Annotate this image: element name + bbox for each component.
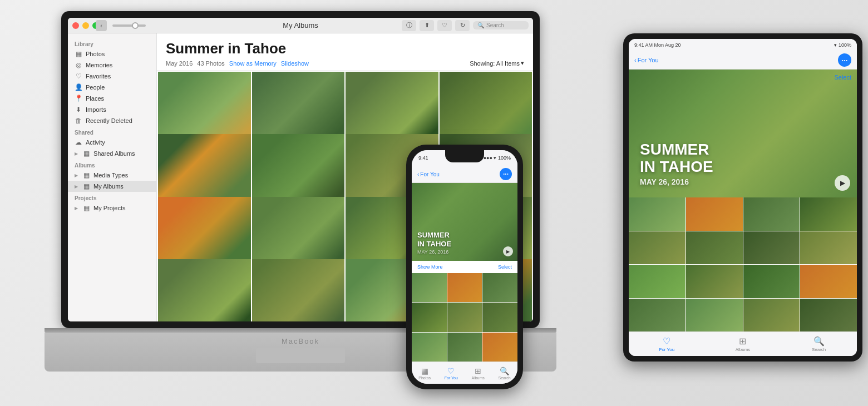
search-tab-icon: 🔍 bbox=[500, 367, 509, 375]
ipad-home-indicator bbox=[715, 358, 771, 360]
iphone-photo-cell[interactable] bbox=[412, 303, 447, 331]
ipad-hero-image[interactable]: SUMMER IN TAHOE MAY 26, 2016 ▶ Select bbox=[629, 70, 857, 197]
sidebar-item-memories[interactable]: ◎ Memories bbox=[68, 60, 156, 71]
iphone-more-button[interactable]: ··· bbox=[500, 168, 512, 180]
iphone-photo-cell[interactable] bbox=[482, 303, 517, 331]
back-icon: ‹ bbox=[100, 22, 102, 29]
ipad-tab-bar: ♡ For You ⊞ Albums 🔍 Search bbox=[629, 331, 857, 356]
photo-cell[interactable]: ♥ bbox=[158, 134, 251, 205]
ipad-photo-cell[interactable] bbox=[743, 197, 800, 231]
ipad-photo-cell[interactable] bbox=[629, 231, 685, 265]
iphone-tab-for-you[interactable]: ♡ For You bbox=[445, 367, 458, 380]
photo-cell[interactable] bbox=[252, 259, 345, 321]
sidebar-item-shared-albums[interactable]: ▶ ▦ Shared Albums bbox=[68, 148, 156, 159]
rotate-icon[interactable]: ↻ bbox=[455, 20, 470, 31]
photos-tab-icon: ▦ bbox=[421, 367, 428, 375]
iphone-hero-image[interactable]: SUMMER IN TAHOE MAY 26, 2016 ▶ bbox=[412, 183, 517, 261]
iphone-tab-label: Albums bbox=[472, 376, 485, 380]
ipad-photo-cell[interactable] bbox=[686, 265, 743, 298]
iphone-tab-photos[interactable]: ▦ Photos bbox=[418, 367, 431, 380]
album-meta: May 2016 43 Photos Show as Memory Slides… bbox=[166, 60, 524, 67]
ipad-tab-albums[interactable]: ⊞ Albums bbox=[726, 336, 760, 352]
sidebar-item-places[interactable]: 📍 Places bbox=[68, 93, 156, 104]
photo-cell[interactable]: ♥ bbox=[252, 197, 345, 268]
ipad-hero-title: SUMMER IN TAHOE MAY 26, 2016 bbox=[640, 141, 713, 186]
sidebar-item-favorites[interactable]: ♡ Favorites bbox=[68, 71, 156, 82]
sidebar-item-label: My Albums bbox=[93, 183, 124, 190]
iphone-title-line1: SUMMER bbox=[417, 231, 451, 240]
heart-icon[interactable]: ♡ bbox=[437, 20, 452, 31]
show-as-memory-link[interactable]: Show as Memory bbox=[229, 60, 277, 67]
ipad-photo-cell[interactable] bbox=[629, 265, 685, 298]
album-date: May 2016 bbox=[166, 60, 193, 67]
ipad-photo-cell[interactable] bbox=[743, 231, 800, 265]
photo-cell[interactable] bbox=[158, 197, 251, 268]
slideshow-link[interactable]: Slideshow bbox=[281, 60, 309, 67]
back-button[interactable]: ‹ bbox=[96, 20, 107, 31]
photo-cell[interactable] bbox=[440, 72, 532, 143]
iphone-tab-albums[interactable]: ⊞ Albums bbox=[472, 367, 485, 380]
ipad-photo-cell[interactable] bbox=[686, 231, 743, 265]
search-box[interactable]: 🔍 Search bbox=[473, 21, 529, 29]
select-link[interactable]: Select bbox=[498, 264, 512, 270]
photo-cell[interactable] bbox=[252, 134, 345, 205]
iphone-tab-label: Search bbox=[498, 376, 510, 380]
ipad-photo-cell[interactable] bbox=[743, 299, 800, 332]
sidebar-item-people[interactable]: 👤 People bbox=[68, 82, 156, 93]
photo-cell[interactable]: ♥ bbox=[158, 259, 251, 321]
ipad-time: 9:41 AM Mon Aug 20 bbox=[634, 42, 681, 48]
ipad-photo-cell[interactable] bbox=[629, 197, 685, 231]
ipad-photo-cell[interactable] bbox=[743, 265, 800, 298]
ipad-photo-cell[interactable] bbox=[800, 299, 857, 332]
sidebar-item-photos[interactable]: ▦ Photos bbox=[68, 48, 156, 60]
ipad-tab-for-you[interactable]: ♡ For You bbox=[650, 336, 683, 352]
photo-cell[interactable] bbox=[158, 72, 251, 143]
zoom-slider[interactable] bbox=[112, 24, 146, 27]
ipad-more-button[interactable]: ··· bbox=[838, 53, 851, 67]
sidebar-item-activity[interactable]: ☁ Activity bbox=[68, 137, 156, 148]
info-icon[interactable]: ⓘ bbox=[402, 20, 416, 31]
sidebar-item-my-projects[interactable]: ▶ ▦ My Projects bbox=[68, 202, 156, 214]
iphone-photo-cell[interactable] bbox=[482, 273, 517, 302]
iphone-back-button[interactable]: ‹ For You bbox=[417, 171, 440, 177]
scene: ‹ My Albums ⓘ ⬆ ♡ ↻ bbox=[0, 0, 868, 406]
iphone-photo-cell[interactable] bbox=[412, 333, 447, 362]
ipad-select-button[interactable]: Select bbox=[834, 74, 851, 81]
ipad-battery: ▾ 100% bbox=[834, 42, 851, 48]
ipad-photo-cell[interactable] bbox=[800, 265, 857, 298]
ipad-photo-cell[interactable] bbox=[686, 197, 743, 231]
sidebar-item-media-types[interactable]: ▶ ▦ Media Types bbox=[68, 170, 156, 181]
sidebar-item-recently-deleted[interactable]: 🗑 Recently Deleted bbox=[68, 115, 156, 126]
photo-cell[interactable] bbox=[346, 72, 438, 143]
close-button[interactable] bbox=[72, 22, 79, 29]
ipad-tab-search[interactable]: 🔍 Search bbox=[802, 336, 836, 352]
ipad-back-button[interactable]: ‹ For You bbox=[634, 57, 659, 63]
search-placeholder: Search bbox=[486, 22, 504, 28]
sidebar-item-my-albums[interactable]: ▶ ▦ My Albums bbox=[68, 181, 156, 192]
ipad-play-button[interactable]: ▶ bbox=[835, 175, 850, 191]
macbook-touchpad[interactable] bbox=[256, 348, 345, 363]
iphone-photo-cell[interactable] bbox=[447, 303, 482, 331]
iphone-photo-cell[interactable] bbox=[447, 273, 482, 302]
sidebar-item-imports[interactable]: ⬇ Imports bbox=[68, 104, 156, 115]
minimize-button[interactable] bbox=[82, 22, 89, 29]
shared-albums-icon: ▦ bbox=[82, 150, 90, 157]
show-more-link[interactable]: Show More bbox=[417, 264, 443, 270]
ipad-photo-cell[interactable] bbox=[800, 197, 857, 231]
ipad-tab-label: Search bbox=[812, 347, 826, 352]
iphone-photo-cell[interactable] bbox=[482, 333, 517, 362]
iphone-signal: ●●● ▾ 100% bbox=[484, 155, 511, 161]
iphone-tab-search[interactable]: 🔍 Search bbox=[498, 367, 510, 380]
ipad-photo-cell[interactable] bbox=[629, 299, 685, 332]
ipad-photo-cell[interactable] bbox=[686, 299, 743, 332]
more-icon: ··· bbox=[842, 56, 848, 65]
ipad: 9:41 AM Mon Aug 20 ▾ 100% ‹ For You ··· … bbox=[623, 33, 862, 362]
showing-dropdown[interactable]: Showing: All Items ▾ bbox=[470, 60, 524, 67]
photo-cell[interactable] bbox=[252, 72, 345, 143]
iphone-play-button[interactable]: ▶ bbox=[503, 246, 513, 256]
share-icon[interactable]: ⬆ bbox=[420, 20, 434, 31]
iphone-photo-cell[interactable] bbox=[412, 273, 447, 302]
iphone-photo-cell[interactable] bbox=[447, 333, 482, 362]
ipad-photo-cell[interactable] bbox=[800, 231, 857, 265]
sidebar-item-label: People bbox=[86, 84, 105, 91]
